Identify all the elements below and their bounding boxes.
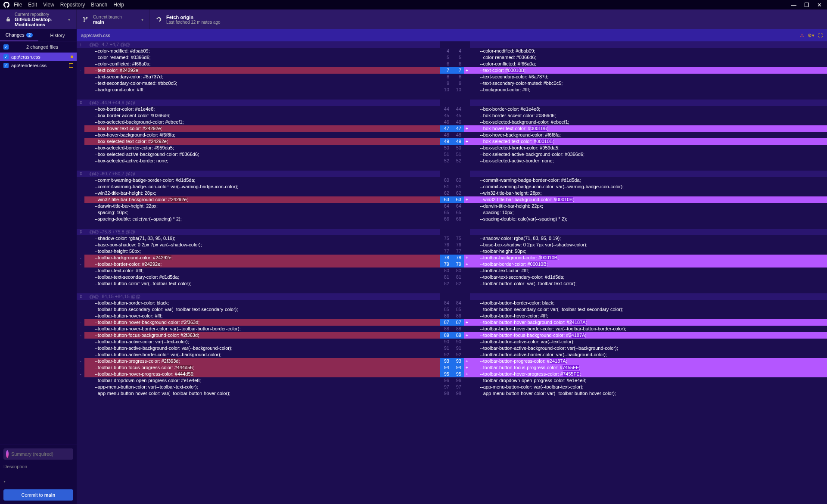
- select-all-checkbox[interactable]: ✓: [3, 44, 9, 50]
- diff-row: --app-menu-button-color: var(--toolbar-t…: [77, 384, 827, 390]
- commit-form: Description ᐩ Commit to main: [0, 445, 77, 504]
- tab-history[interactable]: History: [38, 29, 77, 41]
- diff-row: --darwin-title-bar-height: 22px;6464 --d…: [77, 203, 827, 209]
- diff-row: - --toolbar-border-color: #24292e;7979+ …: [77, 261, 827, 268]
- expand-hunk-button[interactable]: ⇕: [77, 293, 84, 300]
- diff-row: --commit-warning-badge-border-color: #d1…: [77, 177, 827, 184]
- diff-row: --text-secondary-color: #6a737d;88 --tex…: [77, 74, 827, 80]
- modified-icon: [69, 63, 73, 68]
- diff-row: --color-modified: #dbab09;44 --color-mod…: [77, 48, 827, 54]
- maximize-button[interactable]: ❐: [804, 2, 809, 8]
- close-button[interactable]: ✕: [817, 2, 822, 8]
- diff-row: --box-hover-background-color: #f6f8fa;48…: [77, 132, 827, 138]
- diff-row: --text-secondary-color-muted: #bbc0c5;99…: [77, 80, 827, 87]
- tab-changes[interactable]: Changes2: [0, 29, 38, 41]
- diff-row: ⇕ @@ -75,8 +75,8 @@: [77, 229, 827, 235]
- diff-row: --shadow-color: rgba(71, 83, 95, 0.19);7…: [77, 235, 827, 242]
- repo-value: GitHub-Desktop-Modifications: [15, 17, 64, 27]
- file-list: ✓app\crash.css✓app\renderer.css: [0, 53, 77, 445]
- diff-row: --box-selected-background-color: #ebeef1…: [77, 119, 827, 125]
- menu-file[interactable]: File: [14, 2, 22, 8]
- diff-row: --toolbar-button-active-background-color…: [77, 345, 827, 352]
- diff-row: - --toolbar-button-hover-progress-color:…: [77, 371, 827, 377]
- diff-row: - --toolbar-button-hover-background-colo…: [77, 319, 827, 326]
- diff-row: --box-selected-active-background-color: …: [77, 151, 827, 158]
- expand-hunk-button[interactable]: ⇕: [77, 229, 84, 235]
- menu-view[interactable]: View: [43, 2, 54, 8]
- diff-row: --box-selected-border-color: #959da5;505…: [77, 145, 827, 151]
- menu-branch[interactable]: Branch: [91, 2, 107, 8]
- changed-files-header[interactable]: ✓ 2 changed files: [0, 41, 77, 53]
- branch-selector[interactable]: Current branchmain ▾: [77, 9, 150, 29]
- diff-row: --background-color: #fff;1010 --backgrou…: [77, 87, 827, 93]
- menu-repository[interactable]: Repository: [60, 2, 85, 8]
- file-checkbox[interactable]: ✓: [3, 63, 9, 68]
- titlebar: FileEditViewRepositoryBranchHelp — ❐ ✕: [0, 0, 827, 9]
- expand-hunk-button[interactable]: ↕: [77, 41, 84, 48]
- diff-row: ⇕ @@ -60,7 +60,7 @@: [77, 171, 827, 177]
- menu-edit[interactable]: Edit: [28, 2, 37, 8]
- file-item[interactable]: ✓app\crash.css: [0, 53, 77, 61]
- diff-row: --color-conflicted: #f66a0a;66 --color-c…: [77, 61, 827, 67]
- diff-row: --base-box-shadow: 0 2px 7px var(--shado…: [77, 242, 827, 248]
- diff-row: --toolbar-text-color: #fff;8080 --toolba…: [77, 268, 827, 274]
- menubar: FileEditViewRepositoryBranchHelp: [14, 2, 791, 8]
- diff-view[interactable]: ↕ @@ -4,7 +4,7 @@ --color-modified: #dba…: [77, 41, 827, 504]
- diff-row: - --toolbar-background-color: #24292e;78…: [77, 255, 827, 261]
- description-input[interactable]: Description: [3, 462, 73, 478]
- fetch-title: Fetch origin: [166, 15, 221, 20]
- commit-button[interactable]: Commit to main: [3, 489, 73, 501]
- diff-row: --toolbar-button-secondary-color: var(--…: [77, 306, 827, 313]
- diff-row: - --box-selected-text-color: #24292e;494…: [77, 138, 827, 145]
- sync-icon: [156, 16, 162, 22]
- window-controls: — ❐ ✕: [791, 2, 822, 8]
- warning-icon[interactable]: ⚠: [800, 33, 804, 38]
- lock-icon: [6, 16, 10, 22]
- diff-row: --spacing: 10px;6565 --spacing: 10px;: [77, 209, 827, 216]
- diff-row: - --text-color: #24292e;77+ --text-color…: [77, 67, 827, 74]
- diff-row: --toolbar-button-hover-border-color: var…: [77, 326, 827, 332]
- file-path: app\renderer.css: [11, 63, 47, 68]
- settings-icon[interactable]: ⚙▾: [808, 33, 815, 38]
- diff-row: --toolbar-dropdown-open-progress-color: …: [77, 377, 827, 384]
- diff-row: --win32-title-bar-height: 28px;6262 --wi…: [77, 190, 827, 196]
- diff-row: --color-renamed: #0366d6;55 --color-rena…: [77, 54, 827, 61]
- file-checkbox[interactable]: ✓: [3, 54, 9, 59]
- diff-row: - --box-hover-text-color: #24292e;4747+ …: [77, 125, 827, 132]
- diff-row: ⇕ @@ -44,9 +44,9 @@: [77, 100, 827, 106]
- menu-help[interactable]: Help: [113, 2, 124, 8]
- diff-row: ↕ @@ -4,7 +4,7 @@: [77, 41, 827, 48]
- avatar: [6, 450, 9, 458]
- expand-icon[interactable]: ⛶: [818, 33, 823, 38]
- branch-value: main: [93, 19, 122, 25]
- repository-selector[interactable]: Current repositoryGitHub-Desktop-Modific…: [0, 9, 77, 29]
- diff-row: - --toolbar-button-progress-color: #2f36…: [77, 358, 827, 364]
- branch-label: Current branch: [93, 15, 122, 19]
- sidebar: Changes2 History ✓ 2 changed files ✓app\…: [0, 29, 77, 504]
- diff-row: --spacing-double: calc(var(--spacing) * …: [77, 216, 827, 222]
- diff-row: --toolbar-button-active-color: var(--tex…: [77, 339, 827, 345]
- diff-row: --box-border-accent-color: #0366d6;4545 …: [77, 112, 827, 119]
- file-item[interactable]: ✓app\renderer.css: [0, 61, 77, 70]
- diff-row: - --win32-title-bar-background-color: #2…: [77, 196, 827, 203]
- toolbar: Current repositoryGitHub-Desktop-Modific…: [0, 9, 827, 29]
- main-panel: app\crash.css ⚠ ⚙▾ ⛶ ↕ @@ -4,7 +4,7 @@ -…: [77, 29, 827, 504]
- add-coauthor-button[interactable]: ᐩ: [3, 478, 73, 489]
- minimize-button[interactable]: —: [791, 2, 796, 8]
- repo-label: Current repository: [15, 12, 64, 17]
- branch-icon: [83, 16, 89, 22]
- github-logo-icon: [3, 2, 9, 8]
- summary-input[interactable]: [11, 451, 71, 457]
- fetch-button[interactable]: Fetch originLast fetched 12 minutes ago: [150, 9, 827, 29]
- modified-icon: [71, 56, 73, 58]
- diff-row: --app-menu-button-hover-color: var(--too…: [77, 390, 827, 397]
- expand-hunk-button[interactable]: ⇕: [77, 100, 84, 106]
- chevron-down-icon: ▾: [68, 17, 70, 22]
- fetch-sub: Last fetched 12 minutes ago: [166, 20, 221, 25]
- chevron-down-icon: ▾: [141, 17, 143, 22]
- changes-count-badge: 2: [26, 33, 33, 37]
- diff-row: ⇕ @@ -84,15 +84,15 @@: [77, 293, 827, 300]
- expand-hunk-button[interactable]: ⇕: [77, 171, 84, 177]
- diff-row: --toolbar-button-hover-color: #fff;8686 …: [77, 313, 827, 319]
- diff-row: - --toolbar-button-focus-background-colo…: [77, 332, 827, 339]
